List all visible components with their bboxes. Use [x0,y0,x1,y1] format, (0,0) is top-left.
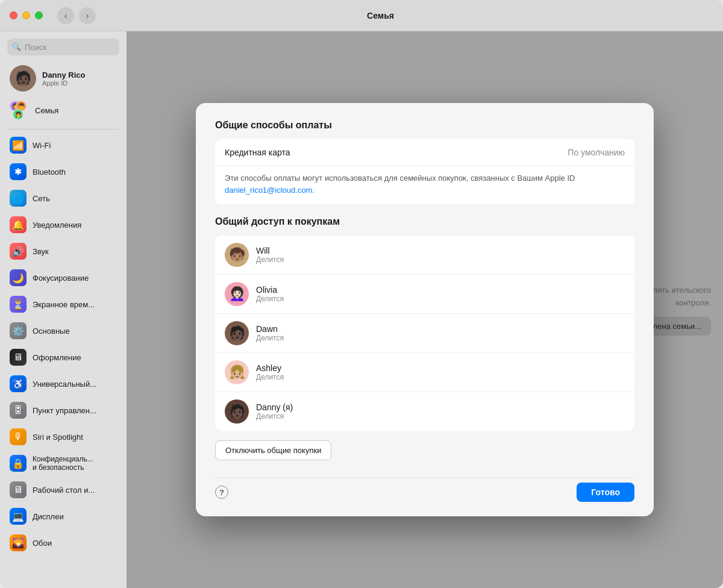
sidebar-divider [7,129,119,130]
member-avatar-danny: 🧑🏿 [225,399,249,424]
members-list: 🧒🏽 Will Делится 👩🏻‍🦱 Olivia [215,236,634,431]
search-input[interactable] [25,43,126,52]
member-avatar-ashley: 👧🏼 [225,360,249,384]
window-title: Семья [48,11,713,20]
family-modal: Общие способы оплаты Кредитная карта По … [196,103,654,516]
disable-purchases-button[interactable]: Отключить общие покупки [215,440,331,460]
payment-default-text: По умолчанию [568,148,625,157]
close-button[interactable] [10,11,17,19]
member-status-danny: Делится [256,412,293,421]
sidebar-item-label: Дисплеи [33,512,64,521]
sidebar-item-control[interactable]: 🎛 Пункт управлен... [2,398,124,423]
help-button[interactable]: ? [215,486,228,499]
sidebar-item-desktop[interactable]: 🖥 Рабочий стол и... [2,477,124,502]
desktop-icon: 🖥 [10,481,27,498]
member-info-olivia: Olivia Делится [256,285,284,303]
wallpaper-icon: 🌄 [10,534,27,551]
sidebar-item-appearance[interactable]: 🖥 Оформление [2,345,124,370]
sidebar-item-label: Пункт управлен... [33,406,96,415]
member-name-olivia: Olivia [256,285,284,295]
sidebar-item-bluetooth[interactable]: ✱ Bluetooth [2,159,124,184]
sidebar-item-label: Bluetooth [33,167,66,177]
sidebar-item-screentime[interactable]: ⏳ Экранное врем... [2,292,124,317]
sidebar: 🔍 🧑🏿 Danny Rico Apple ID 👩 👦 👧 [0,31,127,588]
minimize-button[interactable] [22,11,30,19]
member-row-ashley[interactable]: 👧🏼 Ashley Делится [215,353,634,392]
maximize-button[interactable] [35,11,43,19]
search-bar[interactable]: 🔍 [7,39,119,55]
sharing-section: Общий доступ к покупкам 🧒🏽 Will Делится [215,216,634,472]
member-status-olivia: Делится [256,295,284,303]
family-avatars: 👩 👦 👧 [10,101,29,120]
sharing-section-title: Общий доступ к покупкам [215,216,634,227]
done-button[interactable]: Готово [577,483,634,502]
member-status-dawn: Делится [256,334,284,342]
sidebar-item-label: Уведомления [33,220,81,230]
payment-description: Эти способы оплаты могут использоваться … [225,174,575,195]
privacy-icon: 🔒 [10,455,27,472]
sidebar-item-general[interactable]: ⚙️ Основные [2,318,124,343]
modal-overlay: Общие способы оплаты Кредитная карта По … [127,31,723,588]
member-row-will[interactable]: 🧒🏽 Will Делится [215,236,634,275]
member-info-will: Will Делится [256,246,284,264]
main-window: ‹ › Семья 🔍 🧑🏿 Danny Rico Apple ID [0,0,723,588]
payment-row: Кредитная карта По умолчанию [215,139,634,166]
member-row-danny[interactable]: 🧑🏿 Danny (я) Делится [215,392,634,431]
sidebar-item-label: Конфиденциаль...и безопасность [33,455,93,472]
sidebar-item-sound[interactable]: 🔊 Звук [2,239,124,264]
display-icon: 💻 [10,508,27,525]
payment-email-link[interactable]: daniel_rico1@icloud.com [225,186,312,195]
siri-icon: 🎙 [10,428,27,445]
member-name-ashley: Ashley [256,363,284,373]
family-label: Семья [35,106,58,115]
member-avatar-dawn: 🧑🏿 [225,321,249,345]
member-row-olivia[interactable]: 👩🏻‍🦱 Olivia Делится [215,275,634,314]
sidebar-item-display[interactable]: 💻 Дисплеи [2,504,124,529]
payment-description-box: Эти способы оплаты могут использоваться … [215,166,634,204]
payment-section: Общие способы оплаты Кредитная карта По … [215,120,634,204]
network-icon: 🌐 [10,190,27,207]
notifications-icon: 🔔 [10,216,27,233]
sidebar-item-label: Siri и Spotlight [33,433,83,442]
sidebar-item-siri[interactable]: 🎙 Siri и Spotlight [2,424,124,449]
main-area: 🔍 🧑🏿 Danny Rico Apple ID 👩 👦 👧 [0,31,723,588]
content-area: ать и предоставлять ительского контроля.… [127,31,723,588]
sidebar-profile[interactable]: 🧑🏿 Danny Rico Apple ID [2,60,124,96]
member-status-ashley: Делится [256,373,284,381]
sidebar-item-label: Фокусирование [33,274,89,283]
titlebar: ‹ › Семья [0,0,723,31]
payment-method-label: Кредитная карта [225,148,290,157]
member-row-dawn[interactable]: 🧑🏿 Dawn Делится [215,314,634,353]
sidebar-item-accessibility[interactable]: ♿ Универсальный... [2,371,124,396]
sidebar-item-privacy[interactable]: 🔒 Конфиденциаль...и безопасность [2,451,124,476]
sidebar-item-label: Wi-Fi [33,141,51,150]
bluetooth-icon: ✱ [10,163,27,180]
profile-subtitle: Apple ID [42,80,86,87]
sidebar-item-label: Обои [33,539,52,548]
payment-box: Кредитная карта По умолчанию Эти способы… [215,139,634,204]
wifi-icon: 📶 [10,137,27,154]
member-name-will: Will [256,246,284,255]
sidebar-item-wallpaper[interactable]: 🌄 Обои [2,530,124,555]
member-info-dawn: Dawn Делится [256,324,284,342]
sidebar-item-label: Рабочий стол и... [33,486,95,495]
sidebar-item-notifications[interactable]: 🔔 Уведомления [2,212,124,237]
sidebar-item-focus[interactable]: 🌙 Фокусирование [2,265,124,290]
sidebar-item-label: Звук [33,247,49,256]
general-icon: ⚙️ [10,322,27,339]
search-icon: 🔍 [12,43,21,51]
screentime-icon: ⏳ [10,296,27,313]
member-avatar-olivia: 👩🏻‍🦱 [225,282,249,306]
sidebar-item-wifi[interactable]: 📶 Wi-Fi [2,133,124,158]
sidebar-item-label: Основные [33,327,70,336]
member-info-danny: Danny (я) Делится [256,402,293,421]
profile-info: Danny Rico Apple ID [42,70,86,87]
member-status-will: Делится [256,255,284,264]
member-avatar-will: 🧒🏽 [225,243,249,267]
avatar: 🧑🏿 [10,65,36,92]
sidebar-item-family[interactable]: 👩 👦 👧 Семья [2,96,124,124]
sidebar-item-network[interactable]: 🌐 Сеть [2,186,124,211]
traffic-lights [10,11,43,19]
member-name-dawn: Dawn [256,324,284,334]
accessibility-icon: ♿ [10,375,27,392]
